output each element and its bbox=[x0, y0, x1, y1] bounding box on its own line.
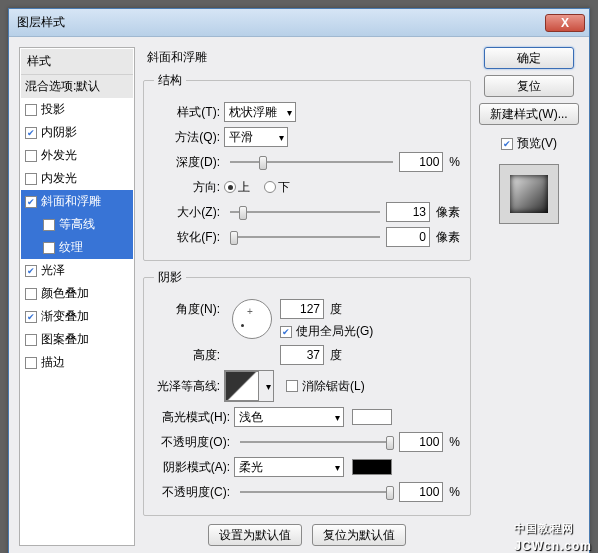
style-stroke[interactable]: 描边 bbox=[21, 351, 133, 374]
size-label: 大小(Z): bbox=[154, 204, 224, 221]
checkbox[interactable] bbox=[25, 173, 37, 185]
ok-button[interactable]: 确定 bbox=[484, 47, 574, 69]
window-title: 图层样式 bbox=[17, 14, 65, 31]
highlight-color-swatch[interactable] bbox=[352, 409, 392, 425]
style-contour[interactable]: 等高线 bbox=[21, 213, 133, 236]
titlebar[interactable]: 图层样式 X bbox=[9, 9, 589, 37]
close-icon: X bbox=[561, 16, 569, 30]
style-outer-glow[interactable]: 外发光 bbox=[21, 144, 133, 167]
preview-thumbnail bbox=[510, 175, 548, 213]
panel-title: 斜面和浮雕 bbox=[147, 49, 471, 66]
style-color-overlay[interactable]: 颜色叠加 bbox=[21, 282, 133, 305]
checkbox[interactable] bbox=[25, 288, 37, 300]
blend-options[interactable]: 混合选项:默认 bbox=[21, 75, 133, 98]
shading-legend: 阴影 bbox=[154, 269, 186, 286]
checkbox[interactable] bbox=[25, 104, 37, 116]
size-input[interactable]: 13 bbox=[386, 202, 430, 222]
altitude-input[interactable]: 37 bbox=[280, 345, 324, 365]
global-light-checkbox[interactable] bbox=[280, 326, 292, 338]
checkbox[interactable] bbox=[25, 265, 37, 277]
direction-down-radio[interactable] bbox=[264, 181, 276, 193]
highlight-mode-select[interactable]: 浅色 bbox=[234, 407, 344, 427]
shadow-mode-select[interactable]: 柔光 bbox=[234, 457, 344, 477]
preview-box bbox=[499, 164, 559, 224]
checkbox[interactable] bbox=[25, 196, 37, 208]
gloss-contour-picker[interactable] bbox=[224, 370, 274, 402]
action-column: 确定 复位 新建样式(W)... 预览(V) bbox=[479, 47, 579, 546]
angle-input[interactable]: 127 bbox=[280, 299, 324, 319]
gloss-contour-label: 光泽等高线: bbox=[154, 378, 224, 395]
shadow-opacity-label: 不透明度(C): bbox=[154, 484, 234, 501]
structure-legend: 结构 bbox=[154, 72, 186, 89]
style-inner-glow[interactable]: 内发光 bbox=[21, 167, 133, 190]
shadow-opacity-slider[interactable] bbox=[240, 483, 393, 501]
contour-icon bbox=[225, 371, 259, 401]
checkbox[interactable] bbox=[43, 219, 55, 231]
checkbox[interactable] bbox=[25, 357, 37, 369]
close-button[interactable]: X bbox=[545, 14, 585, 32]
style-drop-shadow[interactable]: 投影 bbox=[21, 98, 133, 121]
structure-group: 结构 样式(T):枕状浮雕 方法(Q):平滑 深度(D):100% 方向:上下 … bbox=[143, 72, 471, 261]
style-satin[interactable]: 光泽 bbox=[21, 259, 133, 282]
style-pattern-overlay[interactable]: 图案叠加 bbox=[21, 328, 133, 351]
make-default-button[interactable]: 设置为默认值 bbox=[208, 524, 302, 546]
cancel-button[interactable]: 复位 bbox=[484, 75, 574, 97]
settings-panel: 斜面和浮雕 结构 样式(T):枕状浮雕 方法(Q):平滑 深度(D):100% … bbox=[143, 47, 471, 546]
shadow-mode-label: 阴影模式(A): bbox=[154, 459, 234, 476]
angle-label: 角度(N): bbox=[154, 299, 224, 318]
checkbox[interactable] bbox=[25, 150, 37, 162]
antialias-checkbox[interactable] bbox=[286, 380, 298, 392]
checkbox[interactable] bbox=[25, 334, 37, 346]
checkbox[interactable] bbox=[25, 127, 37, 139]
style-bevel-emboss[interactable]: 斜面和浮雕 bbox=[21, 190, 133, 213]
depth-input[interactable]: 100 bbox=[399, 152, 443, 172]
shadow-color-swatch[interactable] bbox=[352, 459, 392, 475]
shadow-opacity-input[interactable]: 100 bbox=[399, 482, 443, 502]
checkbox[interactable] bbox=[25, 311, 37, 323]
reset-default-button[interactable]: 复位为默认值 bbox=[312, 524, 406, 546]
soften-input[interactable]: 0 bbox=[386, 227, 430, 247]
style-inner-shadow[interactable]: 内阴影 bbox=[21, 121, 133, 144]
direction-up-radio[interactable] bbox=[224, 181, 236, 193]
size-slider[interactable] bbox=[230, 203, 380, 221]
style-gradient-overlay[interactable]: 渐变叠加 bbox=[21, 305, 133, 328]
soften-slider[interactable] bbox=[230, 228, 380, 246]
technique-select[interactable]: 平滑 bbox=[224, 127, 288, 147]
watermark: 中国教程网 JCWcn.com bbox=[514, 518, 592, 553]
soften-label: 软化(F): bbox=[154, 229, 224, 246]
style-texture[interactable]: 纹理 bbox=[21, 236, 133, 259]
highlight-opacity-label: 不透明度(O): bbox=[154, 434, 234, 451]
preview-checkbox[interactable] bbox=[501, 138, 513, 150]
new-style-button[interactable]: 新建样式(W)... bbox=[479, 103, 578, 125]
style-select[interactable]: 枕状浮雕 bbox=[224, 102, 296, 122]
layer-style-dialog: 图层样式 X 样式 混合选项:默认 投影 内阴影 外发光 内发光 斜面和浮雕 等… bbox=[8, 8, 590, 553]
highlight-opacity-input[interactable]: 100 bbox=[399, 432, 443, 452]
highlight-mode-label: 高光模式(H): bbox=[154, 409, 234, 426]
checkbox[interactable] bbox=[43, 242, 55, 254]
direction-label: 方向: bbox=[154, 179, 224, 196]
depth-label: 深度(D): bbox=[154, 154, 224, 171]
altitude-label: 高度: bbox=[154, 347, 224, 364]
styles-list: 样式 混合选项:默认 投影 内阴影 外发光 内发光 斜面和浮雕 等高线 纹理 光… bbox=[19, 47, 135, 546]
style-label: 样式(T): bbox=[154, 104, 224, 121]
depth-slider[interactable] bbox=[230, 153, 393, 171]
technique-label: 方法(Q): bbox=[154, 129, 224, 146]
styles-header: 样式 bbox=[21, 49, 133, 75]
highlight-opacity-slider[interactable] bbox=[240, 433, 393, 451]
shading-group: 阴影 角度(N): 127度 使用全局光(G) 高度:37度 光泽等高线:消除锯… bbox=[143, 269, 471, 516]
angle-dial[interactable] bbox=[232, 299, 272, 339]
